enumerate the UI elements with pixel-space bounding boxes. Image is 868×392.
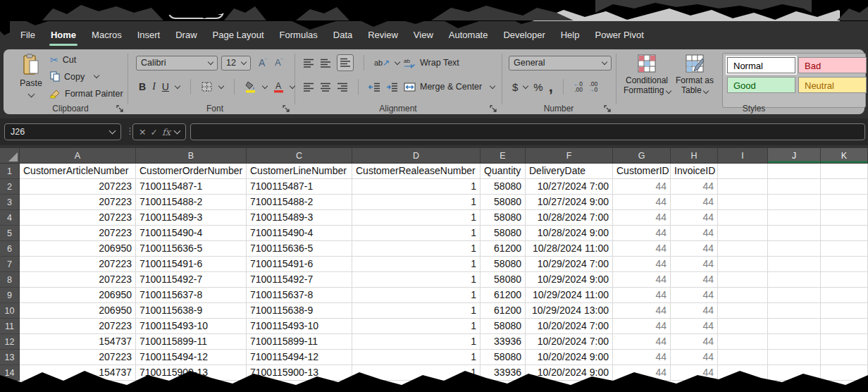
cell[interactable]	[821, 164, 868, 179]
search-box[interactable]	[531, 4, 840, 23]
cell[interactable]: 58080	[480, 350, 526, 365]
cell[interactable]: 1	[352, 319, 480, 334]
cell[interactable]: 10/20/2024 7:00	[526, 319, 613, 334]
cell[interactable]: 207223	[20, 272, 136, 288]
cell[interactable]: 44	[613, 257, 671, 272]
editing-mode-icon[interactable]	[212, 4, 223, 15]
cell[interactable]: 10/27/2024 9:00	[526, 195, 613, 210]
column-header-B[interactable]: B	[136, 148, 247, 164]
cell[interactable]: 61200	[480, 241, 526, 257]
cell[interactable]	[718, 365, 768, 381]
tab-power-pivot[interactable]: Power Pivot	[587, 21, 651, 48]
align-center-button[interactable]	[320, 82, 331, 92]
cell[interactable]: 7100115638-9	[136, 303, 247, 319]
cell[interactable]: 1	[352, 257, 480, 272]
cancel-icon[interactable]: ✕	[139, 127, 146, 137]
cell[interactable]: 1	[352, 179, 480, 195]
cell[interactable]: 44	[671, 226, 718, 241]
cell[interactable]: 58080	[480, 319, 526, 334]
column-header-H[interactable]: H	[671, 148, 718, 164]
cell[interactable]	[768, 365, 821, 381]
cell[interactable]: 44	[613, 319, 671, 334]
clipboard-dialog-launcher-icon[interactable]	[116, 105, 124, 113]
borders-dropdown-chevron-icon[interactable]	[218, 82, 224, 88]
column-header-D[interactable]: D	[352, 148, 480, 164]
cell[interactable]: 44	[613, 272, 671, 288]
paste-dropdown-chevron-icon[interactable]	[27, 91, 35, 98]
cell[interactable]: 7100115637-8	[136, 288, 247, 303]
cell[interactable]	[768, 195, 821, 210]
decrease-indent-button[interactable]	[368, 82, 380, 92]
tab-developer[interactable]: Developer	[495, 21, 552, 48]
cell[interactable]	[718, 210, 768, 226]
name-box[interactable]: J26	[4, 123, 121, 140]
cell[interactable]: 7100115494-12	[247, 350, 352, 365]
fx-chevron-icon[interactable]	[174, 128, 181, 135]
borders-button[interactable]	[202, 81, 213, 92]
cell[interactable]: 44	[671, 319, 718, 334]
merge-center-button[interactable]: Merge & Center	[420, 82, 482, 92]
row-header-10[interactable]: 10	[0, 303, 20, 319]
conditional-formatting-button[interactable]: Conditional Formatting	[624, 54, 670, 95]
cell[interactable]: 1	[352, 350, 480, 365]
cell[interactable]	[718, 288, 768, 303]
cell[interactable]: 206950	[20, 241, 136, 257]
percent-style-button[interactable]: %	[533, 81, 542, 93]
font-size-combo[interactable]: 12	[221, 56, 251, 71]
cell[interactable]	[718, 195, 768, 210]
row-header-8[interactable]: 8	[0, 272, 20, 288]
cell[interactable]: 33936	[480, 334, 526, 350]
row-header-9[interactable]: 9	[0, 288, 20, 303]
cell[interactable]	[718, 303, 768, 319]
column-header-C[interactable]: C	[247, 148, 352, 164]
cell[interactable]: 44	[613, 226, 671, 241]
row-header-14[interactable]: 14	[0, 365, 20, 381]
cell[interactable]: 1	[352, 210, 480, 226]
fill-color-dropdown-chevron-icon[interactable]	[262, 82, 268, 88]
tab-page-layout[interactable]: Page Layout	[205, 21, 272, 48]
cell[interactable]: 44	[671, 334, 718, 350]
copy-button[interactable]: Copy	[50, 71, 123, 82]
cell[interactable]: 7100115899-11	[247, 334, 352, 350]
cell[interactable]: 7100115487-1	[247, 179, 352, 195]
alignment-dialog-launcher-icon[interactable]	[490, 105, 497, 113]
cell[interactable]: 7100115488-2	[136, 195, 247, 210]
align-left-button[interactable]	[303, 82, 314, 92]
cell[interactable]	[718, 272, 768, 288]
cell[interactable]	[768, 210, 821, 226]
cell[interactable]	[821, 210, 868, 226]
cell[interactable]	[718, 257, 768, 272]
column-header-K[interactable]: K	[821, 148, 868, 164]
cell[interactable]: 7100115638-9	[247, 303, 352, 319]
cell[interactable]: 58080	[480, 195, 526, 210]
row-header-6[interactable]: 6	[0, 241, 20, 257]
cell[interactable]: 7100115491-6	[247, 257, 352, 272]
cell[interactable]	[718, 226, 768, 241]
font-color-dropdown-chevron-icon[interactable]	[290, 82, 295, 88]
row-header-3[interactable]: 3	[0, 195, 20, 210]
bottom-align-button[interactable]	[337, 54, 354, 71]
column-header-F[interactable]: F	[526, 148, 613, 164]
cell[interactable]: 10/27/2024 7:00	[526, 179, 613, 195]
cell[interactable]: 7100115636-5	[136, 241, 247, 257]
cell[interactable]: 44	[613, 179, 671, 195]
insert-function-icon[interactable]: fx	[162, 127, 170, 137]
style-neutral[interactable]: Neutral	[798, 77, 867, 93]
cell[interactable]: 44	[671, 241, 718, 257]
cell[interactable]	[768, 350, 821, 365]
cell[interactable]: 7100115637-8	[247, 288, 352, 303]
cell[interactable]: 7100115900-13	[136, 365, 247, 381]
cell[interactable]	[821, 226, 868, 241]
increase-font-size-button[interactable]: Aˆ	[259, 57, 267, 68]
style-bad[interactable]: Bad	[798, 57, 867, 73]
cell[interactable]: 207223	[20, 257, 136, 272]
cell[interactable]: 10/20/2024 9:00	[526, 365, 613, 381]
row-header-13[interactable]: 13	[0, 350, 20, 365]
formula-input[interactable]	[190, 123, 865, 140]
cell[interactable]	[768, 257, 821, 272]
cell[interactable]: CustomerRealeaseNumber	[352, 164, 480, 179]
cell[interactable]: 7100115492-7	[136, 272, 247, 288]
cell[interactable]: 7100115491-6	[136, 257, 247, 272]
cell[interactable]: 44	[613, 210, 671, 226]
cell[interactable]: 44	[671, 365, 718, 381]
